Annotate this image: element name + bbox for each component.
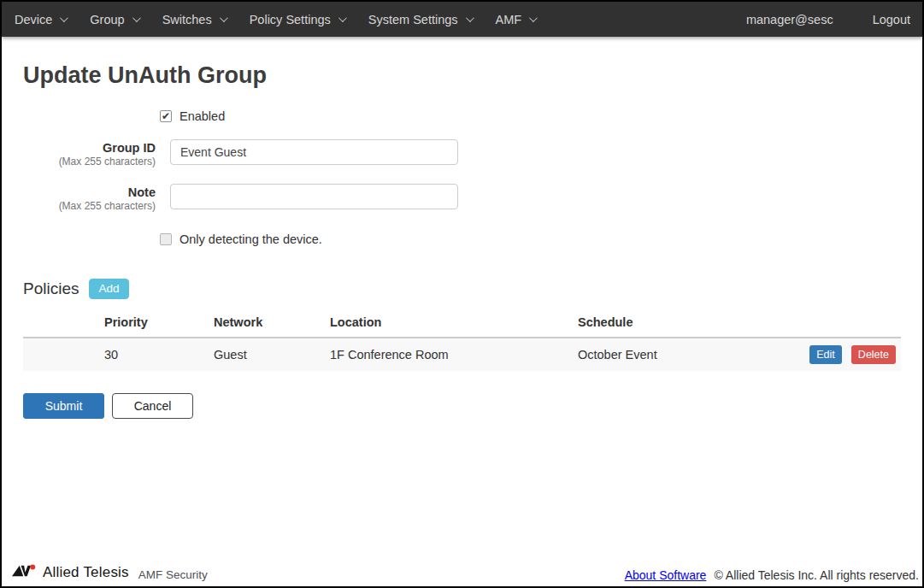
edit-policy-button[interactable]: Edit <box>809 345 842 364</box>
group-id-row: Group ID (Max 255 characters) <box>23 139 901 168</box>
nav-item-label: Device <box>15 13 52 26</box>
policies-heading: Policies <box>23 279 79 298</box>
about-software-link[interactable]: About Software <box>625 568 707 582</box>
note-input-col <box>170 184 458 212</box>
product-name: AMF Security <box>138 568 208 581</box>
nav-item-switches[interactable]: Switches <box>150 2 238 37</box>
policies-table-header-row: Priority Network Location Schedule <box>23 310 901 338</box>
cell-location: 1F Conference Room <box>323 338 571 371</box>
policies-header: Policies Add <box>23 279 901 299</box>
app-window: Device Group Switches Policy Settings Sy… <box>0 0 924 588</box>
navbar-right: manager@sesc Logout <box>746 13 910 26</box>
enabled-row: Enabled <box>160 109 901 123</box>
only-detect-label: Only detecting the device. <box>180 232 322 246</box>
cell-actions: Edit Delete <box>790 338 901 371</box>
footer-legal-block: About Software © Allied Telesis Inc. All… <box>625 568 919 582</box>
note-label-block: Note (Max 255 characters) <box>23 184 156 212</box>
column-header-schedule: Schedule <box>571 310 790 338</box>
logout-button[interactable]: Logout <box>873 13 910 26</box>
form-actions: Submit Cancel <box>23 393 901 419</box>
chevron-down-icon <box>220 14 228 22</box>
note-row: Note (Max 255 characters) <box>23 184 901 212</box>
chevron-down-icon <box>132 14 141 22</box>
copyright-text: © Allied Telesis Inc. All rights reserve… <box>714 568 919 582</box>
group-id-label: Group ID <box>23 141 156 155</box>
brand-wordmark: Allied Telesis <box>43 564 129 581</box>
nav-item-system-settings[interactable]: System Settings <box>356 2 484 37</box>
submit-button[interactable]: Submit <box>23 393 104 419</box>
page-title: Update UnAuth Group <box>23 62 901 89</box>
footer: Allied Telesis AMF Security About Softwa… <box>2 563 922 586</box>
table-row: 30 Guest 1F Conference Room October Even… <box>23 338 901 371</box>
policies-table: Priority Network Location Schedule 30 Gu… <box>23 310 901 371</box>
nav-item-group[interactable]: Group <box>78 2 150 37</box>
cancel-button[interactable]: Cancel <box>112 393 193 419</box>
only-detect-row: Only detecting the device. <box>160 232 901 246</box>
group-id-hint: (Max 255 characters) <box>23 156 156 168</box>
allied-telesis-logo-icon <box>12 563 38 582</box>
main-content: Update UnAuth Group Enabled Group ID (Ma… <box>2 62 922 419</box>
chevron-down-icon <box>466 14 474 22</box>
delete-policy-button[interactable]: Delete <box>851 345 896 364</box>
logged-in-user: manager@sesc <box>746 13 833 26</box>
group-id-input[interactable] <box>170 139 458 165</box>
add-policy-button[interactable]: Add <box>89 279 128 299</box>
footer-brand-block: Allied Telesis AMF Security <box>12 563 208 582</box>
nav-item-amf[interactable]: AMF <box>484 2 548 37</box>
note-label: Note <box>23 185 156 199</box>
group-id-input-col <box>170 139 458 168</box>
enabled-checkbox[interactable] <box>160 110 172 122</box>
group-id-label-block: Group ID (Max 255 characters) <box>23 139 156 168</box>
unauth-group-form: Enabled Group ID (Max 255 characters) No… <box>23 109 901 246</box>
column-header-actions <box>790 310 901 338</box>
enabled-label: Enabled <box>180 109 225 123</box>
nav-item-policy-settings[interactable]: Policy Settings <box>238 2 356 37</box>
cell-priority: 30 <box>23 338 207 371</box>
chevron-down-icon <box>60 14 68 22</box>
nav-item-label: AMF <box>496 13 522 26</box>
nav-item-label: Policy Settings <box>250 13 331 26</box>
note-input[interactable] <box>170 184 458 209</box>
nav-item-label: Switches <box>162 13 212 26</box>
column-header-priority: Priority <box>23 310 207 338</box>
note-hint: (Max 255 characters) <box>23 200 156 212</box>
cell-schedule: October Event <box>571 338 790 371</box>
nav-item-label: Group <box>90 13 124 26</box>
cell-network: Guest <box>207 338 323 371</box>
chevron-down-icon <box>529 14 538 22</box>
top-navbar: Device Group Switches Policy Settings Sy… <box>2 2 922 37</box>
chevron-down-icon <box>338 14 347 22</box>
only-detect-checkbox[interactable] <box>160 233 172 245</box>
nav-item-device[interactable]: Device <box>15 2 78 37</box>
nav-item-label: System Settings <box>368 13 458 26</box>
column-header-network: Network <box>207 310 323 338</box>
column-header-location: Location <box>323 310 571 338</box>
